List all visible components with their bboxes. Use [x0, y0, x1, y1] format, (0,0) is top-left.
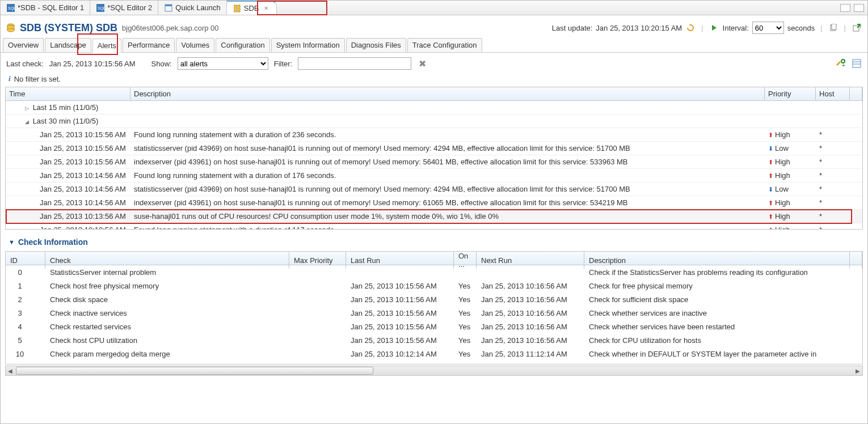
tab-traceconfig[interactable]: Trace Configuration [407, 38, 482, 52]
cell-lastrun: Jan 25, 2013 10:15:56 AM [346, 282, 454, 290]
export-icon[interactable] [852, 23, 862, 33]
editor-tab-sdb[interactable]: SDB ✕ [227, 1, 277, 15]
cell-nextrun: Jan 25, 2013 10:16:56 AM [477, 336, 584, 345]
tab-configuration[interactable]: Configuration [216, 38, 269, 52]
cell-nextrun: Jan 25, 2013 11:12:14 AM [477, 350, 584, 358]
tab-label: Diagnosis Files [351, 41, 401, 49]
col-description[interactable]: Description [130, 87, 765, 100]
properties-icon[interactable] [852, 58, 862, 69]
cell-description: indexserver (pid 43961) on host suse-han… [130, 198, 765, 207]
page-header: SDB (SYSTEM) SDB bjg06test006.pek.sap.co… [1, 15, 867, 38]
cell-priority: High [765, 171, 816, 180]
cell-id: 5 [6, 336, 45, 345]
show-select[interactable]: all alerts [178, 57, 268, 70]
tab-systeminfo[interactable]: System Information [271, 38, 345, 52]
expand-icon[interactable]: ▷ [23, 105, 31, 111]
tab-label: Volumes [181, 41, 209, 49]
col-label: Description [134, 90, 171, 98]
table-row[interactable]: Jan 25, 2013 10:15:56 AMstatisticsserver… [6, 142, 862, 155]
tab-landscape[interactable]: Landscape [45, 38, 91, 52]
scroll-left-icon[interactable]: ◀ [6, 366, 15, 375]
svg-point-10 [7, 28, 14, 32]
cell-id: 3 [6, 309, 45, 317]
svg-text:SQL: SQL [98, 6, 104, 11]
cell-check: Check inactive services [45, 309, 289, 317]
col-priority[interactable]: Priority [765, 87, 816, 100]
tab-alerts[interactable]: Alerts [92, 39, 121, 53]
filter-input[interactable] [298, 57, 411, 70]
maximize-icon[interactable] [854, 4, 864, 12]
sql-icon: SQL [6, 3, 15, 12]
tab-performance[interactable]: Performance [123, 38, 175, 52]
alerts-group-row[interactable]: ▷ Last 15 min (11/0/5) [6, 101, 862, 115]
cell-lastrun: Jan 25, 2013 10:15:56 AM [346, 309, 454, 317]
cell-lastrun: Jan 25, 2013 10:15:56 AM [346, 336, 454, 345]
configure-icon[interactable]: + [836, 58, 846, 69]
table-row[interactable]: 0StatisticsServer internal problemCheck … [6, 265, 862, 279]
scroll-thumb[interactable] [16, 367, 373, 375]
info-icon: i [9, 74, 11, 83]
tab-volumes[interactable]: Volumes [176, 38, 214, 52]
table-row[interactable]: Jan 25, 2013 10:13:56 AMFound long runni… [6, 223, 862, 229]
col-label: Max Priority [294, 256, 333, 265]
horizontal-scrollbar[interactable]: ◀ ▶ [5, 366, 863, 376]
tab-label: Landscape [50, 41, 86, 49]
scroll-right-icon[interactable]: ▶ [853, 366, 862, 375]
editor-tab-label: *SDB - SQL Editor 1 [18, 3, 84, 12]
cell-priority: High [765, 226, 816, 229]
clear-filter-icon[interactable]: ✖ [417, 58, 427, 69]
col-time[interactable]: Time [6, 87, 130, 100]
editor-tab-quicklaunch[interactable]: Quick Launch [158, 1, 227, 15]
cell-desc: Check for sufficient disk space [584, 295, 850, 304]
table-row[interactable]: 4Check restarted servicesJan 25, 2013 10… [6, 320, 862, 333]
cell-description: indexserver (pid 43961) on host suse-han… [130, 158, 765, 166]
refresh-icon[interactable] [685, 23, 696, 33]
collapse-icon[interactable]: ◢ [23, 119, 31, 125]
col-label: Host [819, 90, 835, 98]
cell-on: Yes [454, 282, 477, 290]
table-row[interactable]: Jan 25, 2013 10:15:56 AMindexserver (pid… [6, 155, 862, 169]
editor-tab-label: SDB [244, 4, 259, 12]
table-row[interactable]: Jan 25, 2013 10:14:56 AMindexserver (pid… [6, 196, 862, 210]
table-row[interactable]: Jan 25, 2013 10:14:56 AMFound long runni… [6, 169, 862, 183]
alerts-group-row[interactable]: ◢ Last 30 min (11/0/5) [6, 115, 862, 128]
minimize-icon[interactable] [840, 4, 850, 12]
table-row[interactable]: 2Check disk spaceJan 25, 2013 10:11:56 A… [6, 292, 862, 306]
tab-label: Alerts [98, 41, 116, 50]
col-scroll-gutter [850, 87, 862, 100]
editor-tab-sql2[interactable]: SQL *SQL Editor 2 [90, 1, 158, 15]
alerts-table: Time Description Priority Host ▷ Last 15… [5, 87, 863, 230]
cell-nextrun: Jan 25, 2013 10:16:56 AM [477, 323, 584, 331]
cell-priority: High [765, 130, 816, 139]
table-row[interactable]: Jan 25, 2013 10:14:56 AMstatisticsserver… [6, 183, 862, 196]
alerts-body[interactable]: ▷ Last 15 min (11/0/5) ◢ Last 30 min (11… [6, 101, 862, 229]
cell-id: 0 [6, 268, 45, 277]
col-host[interactable]: Host [816, 87, 850, 100]
table-row[interactable]: 1Check host free physical memoryJan 25, … [6, 279, 862, 292]
group-label: Last 15 min (11/0/5) [33, 103, 99, 112]
tab-label: Performance [128, 41, 170, 49]
cell-desc: Check if the StatisticsServer has proble… [584, 268, 850, 277]
interval-select[interactable]: 60 [752, 22, 784, 34]
svg-rect-6 [234, 5, 237, 12]
check-info-header[interactable]: ▼ Check Information [1, 230, 867, 251]
close-icon[interactable]: ✕ [262, 4, 271, 13]
checks-body[interactable]: 0StatisticsServer internal problemCheck … [6, 265, 862, 364]
play-icon[interactable] [709, 23, 719, 33]
twistie-icon[interactable]: ▼ [9, 239, 15, 245]
table-row[interactable]: Jan 25, 2013 10:13:56 AMsuse-hanajl01 ru… [6, 210, 862, 223]
cell-host: * [816, 171, 850, 180]
cell-host: * [816, 198, 850, 207]
table-row[interactable]: 5Check host CPU utilizationJan 25, 2013 … [6, 333, 862, 347]
table-row[interactable]: 3Check inactive servicesJan 25, 2013 10:… [6, 306, 862, 320]
table-row[interactable]: Jan 25, 2013 10:15:56 AMFound long runni… [6, 128, 862, 142]
cell-on: Yes [454, 350, 477, 358]
tab-overview[interactable]: Overview [3, 38, 44, 52]
col-label: Last Run [351, 256, 380, 265]
table-row[interactable]: 10Check param mergedog delta mergeJan 25… [6, 347, 862, 361]
cell-host: * [816, 185, 850, 193]
editor-tab-sql1[interactable]: SQL *SDB - SQL Editor 1 [1, 1, 90, 15]
info-line: i No filter is set. [1, 74, 867, 87]
tab-diagnosis[interactable]: Diagnosis Files [346, 38, 406, 52]
copy-icon[interactable] [828, 23, 838, 33]
